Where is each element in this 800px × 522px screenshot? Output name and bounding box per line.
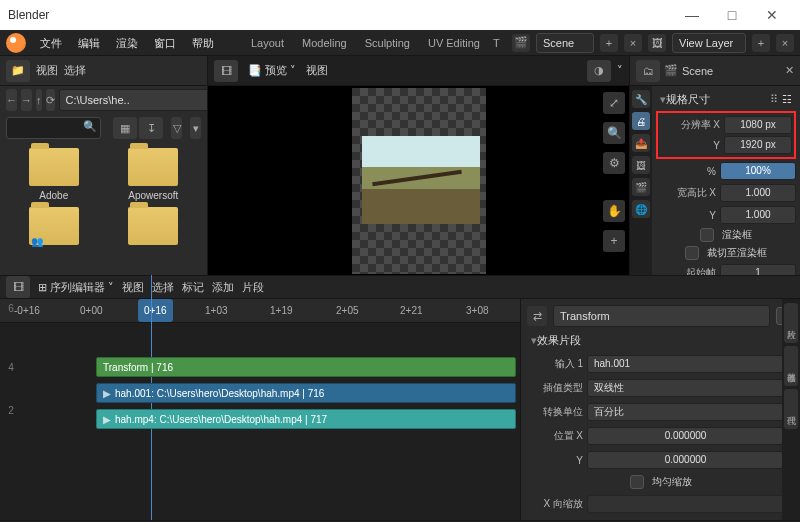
res-x-input[interactable]: 1080 px bbox=[724, 116, 792, 134]
zoom-in-icon[interactable]: + bbox=[603, 230, 625, 252]
folder-adobe[interactable]: Adobe bbox=[8, 148, 100, 201]
input1-value[interactable]: hah.001 bbox=[587, 355, 794, 373]
fb-menu-select[interactable]: 选择 bbox=[64, 63, 86, 78]
strip-type-icon[interactable]: ⇄ bbox=[527, 306, 547, 326]
prop-tab-viewlayer[interactable]: 🖼 bbox=[632, 156, 650, 174]
tl-menu-strip[interactable]: 片段 bbox=[242, 280, 264, 295]
start-input[interactable]: 1 bbox=[720, 264, 796, 275]
outliner-scene-name[interactable]: Scene bbox=[682, 65, 713, 77]
channel-label: 4 bbox=[8, 362, 14, 373]
strip-transform[interactable]: Transform | 716 bbox=[96, 357, 516, 377]
workspace-tab-modeling[interactable]: Modeling bbox=[293, 30, 356, 56]
close-button[interactable]: ✕ bbox=[752, 0, 792, 30]
outliner-editor-icon[interactable]: 🗂 bbox=[636, 60, 660, 82]
menu-window[interactable]: 窗口 bbox=[146, 30, 184, 56]
sequencer-preview-panel: 🎞 📑 预览 ˅ 视图 ◑ ˅ ⤢ 🔍 ⚙ ✋ + bbox=[207, 56, 630, 275]
preview-menu-view[interactable]: 视图 bbox=[306, 63, 328, 78]
workspace-tab-layout[interactable]: Layout bbox=[242, 30, 293, 56]
sequencer-mode-dropdown[interactable]: ⊞ 序列编辑器 ˅ bbox=[38, 280, 114, 295]
nav-back-button[interactable]: ← bbox=[6, 89, 17, 111]
tick-current[interactable]: 0+16 bbox=[138, 299, 173, 322]
workspace-tab-sculpting[interactable]: Sculpting bbox=[356, 30, 419, 56]
preview-overlay-icon[interactable]: ◑ bbox=[587, 60, 611, 82]
minimize-button[interactable]: — bbox=[672, 0, 712, 30]
posx-label: 位置 X bbox=[527, 429, 583, 443]
viewlayer-name-input[interactable] bbox=[672, 33, 746, 53]
hand-icon[interactable]: ✋ bbox=[603, 200, 625, 222]
workspace-tab-truncated[interactable]: T bbox=[489, 30, 504, 56]
sidebar-tab-modifier[interactable]: 修改器 bbox=[784, 346, 798, 386]
posx-input[interactable]: 0.000000 bbox=[587, 427, 784, 445]
prop-tab-render[interactable]: 🖨 bbox=[632, 112, 650, 130]
aspect-x-input[interactable]: 1.000 bbox=[720, 184, 796, 202]
scene-browse-icon[interactable]: 🎬 bbox=[512, 34, 530, 52]
filebrowser-editor-icon[interactable]: 📁 bbox=[6, 60, 30, 82]
outliner-close-button[interactable]: ✕ bbox=[785, 64, 794, 77]
tl-menu-marker[interactable]: 标记 bbox=[182, 280, 204, 295]
viewlayer-new-button[interactable]: + bbox=[752, 34, 770, 52]
sidebar-tab-strip[interactable]: 片段 bbox=[784, 303, 798, 343]
effect-strip-section[interactable]: 效果片段 bbox=[527, 331, 794, 350]
nav-refresh-button[interactable]: ⟳ bbox=[46, 89, 55, 111]
viewlayer-browse-icon[interactable]: 🖼 bbox=[648, 34, 666, 52]
prop-tab-scene[interactable]: 🎬 bbox=[632, 178, 650, 196]
unit-dropdown[interactable]: 百分比 ˅ bbox=[587, 403, 794, 421]
blender-logo-icon[interactable] bbox=[6, 33, 26, 53]
viewlayer-delete-button[interactable]: × bbox=[776, 34, 794, 52]
strip-hah001[interactable]: ▶hah.001: C:\Users\hero\Desktop\hah.mp4 … bbox=[96, 383, 516, 403]
expand-icon[interactable]: ⤢ bbox=[603, 92, 625, 114]
panel-dimensions-title[interactable]: 规格尺寸 ⠿ ☷ bbox=[656, 90, 796, 109]
scene-new-button[interactable]: + bbox=[600, 34, 618, 52]
maximize-button[interactable]: □ bbox=[712, 0, 752, 30]
folder-item[interactable] bbox=[108, 207, 200, 249]
scene-delete-button[interactable]: × bbox=[624, 34, 642, 52]
aspect-y-label: Y bbox=[656, 210, 716, 221]
tl-menu-select[interactable]: 选择 bbox=[152, 280, 174, 295]
filter-icon[interactable]: ▽ bbox=[171, 117, 182, 139]
interp-dropdown[interactable]: 双线性 ˅ bbox=[587, 379, 794, 397]
preview-editor-icon[interactable]: 🎞 bbox=[214, 60, 238, 82]
aspect-y-input[interactable]: 1.000 bbox=[720, 206, 796, 224]
scene-name-input[interactable] bbox=[536, 33, 594, 53]
sequencer-editor-icon[interactable]: 🎞 bbox=[6, 276, 30, 298]
fb-menu-view[interactable]: 视图 bbox=[36, 63, 58, 78]
gear-icon[interactable]: ⚙ bbox=[603, 152, 625, 174]
folder-apowersoft[interactable]: Apowersoft bbox=[108, 148, 200, 201]
strip-name-input[interactable] bbox=[553, 305, 770, 327]
menu-render[interactable]: 渲染 bbox=[108, 30, 146, 56]
percent-input[interactable]: 100% bbox=[720, 162, 796, 180]
interp-label: 插值类型 bbox=[527, 381, 583, 395]
preview-canvas[interactable] bbox=[352, 88, 486, 274]
nav-forward-button[interactable]: → bbox=[21, 89, 32, 111]
uniform-scale-checkbox[interactable] bbox=[630, 475, 644, 489]
options-icon[interactable]: ▾ bbox=[190, 117, 201, 139]
folder-item[interactable] bbox=[8, 207, 100, 249]
percent-label: % bbox=[656, 166, 716, 177]
menu-edit[interactable]: 编辑 bbox=[70, 30, 108, 56]
crop-region-checkbox[interactable] bbox=[685, 246, 699, 260]
scale-input[interactable] bbox=[587, 495, 794, 513]
prop-tab-output[interactable]: 📤 bbox=[632, 134, 650, 152]
display-mode-dropdown[interactable]: 📑 预览 ˅ bbox=[244, 63, 300, 78]
sort-icon[interactable]: ↧ bbox=[139, 117, 163, 139]
strip-hah[interactable]: ▶hah.mp4: C:\Users\hero\Desktop\hah.mp4 … bbox=[96, 409, 516, 429]
timeline-ruler[interactable]: -0+16 0+00 0+16 1+03 1+19 2+05 2+21 3+08 bbox=[0, 299, 520, 323]
nav-up-button[interactable]: ↑ bbox=[36, 89, 42, 111]
sequencer-timeline[interactable]: -0+16 0+00 0+16 1+03 1+19 2+05 2+21 3+08… bbox=[0, 299, 520, 520]
workspace-tab-uv[interactable]: UV Editing bbox=[419, 30, 489, 56]
zoom-icon[interactable]: 🔍 bbox=[603, 122, 625, 144]
prop-tab-tool[interactable]: 🔧 bbox=[632, 90, 650, 108]
menu-help[interactable]: 帮助 bbox=[184, 30, 222, 56]
posy-input[interactable]: 0.000000 bbox=[587, 451, 784, 469]
display-mode-icon[interactable]: ▦ bbox=[113, 117, 137, 139]
timeline-scrollbar[interactable] bbox=[0, 520, 800, 521]
path-input[interactable] bbox=[59, 89, 211, 111]
prop-tab-world[interactable]: 🌐 bbox=[632, 200, 650, 218]
render-region-checkbox[interactable] bbox=[700, 228, 714, 242]
sidebar-tab-proxy[interactable]: 代理 bbox=[784, 389, 798, 429]
tl-menu-view[interactable]: 视图 bbox=[122, 280, 144, 295]
panel-options-icon[interactable]: ⠿ bbox=[770, 93, 778, 106]
res-y-input[interactable]: 1920 px bbox=[724, 136, 792, 154]
menu-file[interactable]: 文件 bbox=[32, 30, 70, 56]
tl-menu-add[interactable]: 添加 bbox=[212, 280, 234, 295]
